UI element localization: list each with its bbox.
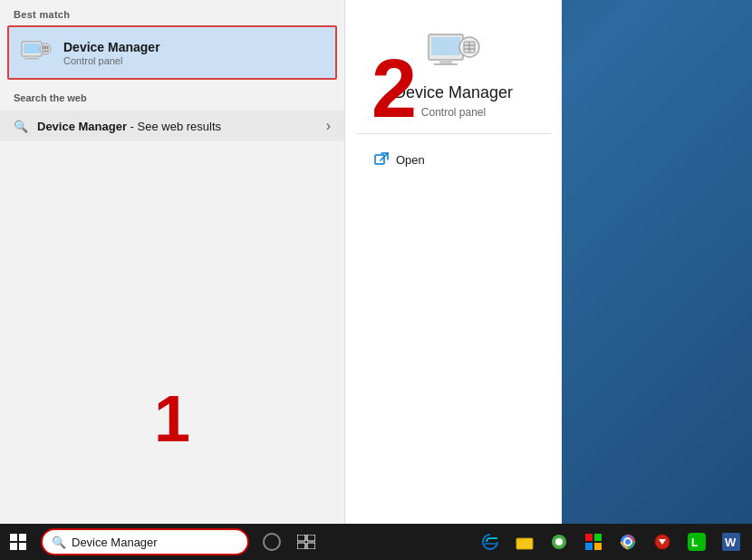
svg-rect-24: [434, 63, 458, 65]
line-icon: L: [688, 533, 706, 551]
open-label: Open: [396, 153, 425, 167]
taskbar-red-app-icon[interactable]: [646, 524, 679, 560]
svg-rect-34: [297, 543, 305, 549]
red-app-icon: [653, 533, 671, 551]
green-app-icon: [550, 533, 568, 551]
open-button[interactable]: Open: [363, 147, 436, 172]
taskbar-file-explorer-icon[interactable]: [508, 524, 541, 560]
device-manager-icon-large: [425, 25, 483, 83]
search-web-label: Search the web: [0, 80, 344, 111]
best-match-title: Device Manager: [63, 40, 160, 54]
svg-rect-16: [27, 56, 36, 58]
taskbar-chrome-icon[interactable]: [612, 524, 644, 560]
svg-rect-23: [439, 60, 452, 63]
best-match-subtitle: Control panel: [63, 55, 160, 66]
right-panel-subtitle: Control panel: [421, 106, 486, 119]
taskbar-store-icon[interactable]: [577, 524, 610, 560]
cortana-button[interactable]: [254, 524, 290, 560]
taskbar-search-icon: 🔍: [52, 536, 66, 549]
device-manager-icon-small: [20, 36, 53, 69]
chrome-icon: [619, 533, 637, 551]
edge-icon: [481, 533, 499, 551]
svg-rect-30: [375, 155, 384, 164]
svg-text:W: W: [725, 536, 737, 549]
svg-rect-33: [307, 535, 315, 541]
taskbar-word-icon[interactable]: W: [715, 524, 747, 560]
web-result-text: Device Manager - See web results: [37, 120, 317, 133]
task-view-icon: [297, 535, 315, 549]
annotation-2: 2: [371, 48, 417, 130]
best-match-label: Best match: [0, 0, 344, 25]
svg-rect-22: [431, 37, 460, 55]
search-icon: 🔍: [14, 120, 28, 133]
file-explorer-icon: [516, 534, 534, 550]
taskbar-search-text: Device Manager: [72, 536, 158, 549]
svg-rect-32: [297, 535, 305, 541]
word-icon: W: [722, 533, 740, 551]
svg-rect-17: [24, 58, 39, 60]
svg-rect-35: [307, 543, 315, 549]
search-results-panel: Best match Device Manager Control panel …: [0, 0, 344, 524]
taskbar-line-icon[interactable]: L: [680, 524, 713, 560]
task-view-button[interactable]: [290, 524, 323, 560]
start-menu: Best match Device Manager Control panel …: [0, 0, 562, 524]
svg-text:L: L: [691, 536, 698, 549]
taskbar-edge-icon[interactable]: [474, 524, 506, 560]
start-button[interactable]: [0, 524, 36, 560]
chevron-right-icon: ›: [326, 118, 331, 134]
svg-rect-41: [585, 543, 593, 550]
annotation-1: 1: [154, 386, 190, 451]
taskbar-system-icons: L W: [474, 524, 752, 560]
store-icon: [584, 533, 603, 551]
best-match-text: Device Manager Control panel: [63, 40, 160, 66]
taskbar-search-box[interactable]: 🔍 Device Manager: [41, 528, 249, 555]
svg-rect-39: [585, 534, 593, 541]
svg-rect-42: [594, 543, 602, 550]
svg-point-45: [625, 539, 631, 545]
best-match-item[interactable]: Device Manager Control panel: [7, 25, 337, 80]
windows-logo: [10, 534, 26, 550]
right-detail-panel: 2 Device Manager Control panel Open: [344, 0, 562, 524]
taskbar: 🔍 Device Manager: [0, 524, 752, 560]
svg-rect-15: [24, 43, 40, 53]
web-result-item[interactable]: 🔍 Device Manager - See web results ›: [0, 111, 344, 141]
svg-point-38: [555, 538, 563, 546]
open-icon: [374, 152, 389, 167]
taskbar-green-app-icon[interactable]: [543, 524, 575, 560]
svg-rect-40: [594, 534, 602, 541]
cortana-icon: [263, 533, 281, 551]
